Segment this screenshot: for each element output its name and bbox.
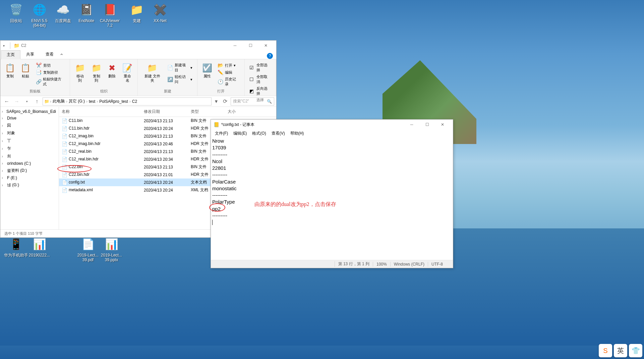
- easy-access-button[interactable]: ↗️轻松访问 ▾: [165, 74, 194, 85]
- notepad-titlebar[interactable]: 📒 *config.txt - 记事本 ─ ☐ ✕: [211, 120, 453, 130]
- sidebar-item[interactable]: ›넪 (G:): [0, 181, 59, 189]
- ribbon-tabs: 主页 共享 查看 ⌃ ?: [0, 51, 276, 59]
- desktop-icon[interactable]: 📕CAJViewer7.2: [97, 2, 122, 28]
- menu-item[interactable]: 帮助(H): [288, 130, 307, 137]
- move-to-button[interactable]: 📁移动到: [73, 62, 88, 83]
- tray-icon[interactable]: 英: [614, 344, 627, 357]
- tree-toggle-icon[interactable]: ›: [2, 154, 6, 159]
- forward-button[interactable]: →: [12, 97, 21, 106]
- breadcrumb-segment[interactable]: 此电脑: [52, 98, 65, 104]
- breadcrumb-segment[interactable]: 其它 (G:): [68, 98, 85, 104]
- copy-path-button[interactable]: 📑复制路径: [34, 69, 67, 76]
- app-icon: 📄: [80, 236, 96, 252]
- edit-button[interactable]: ✏️编辑: [216, 69, 241, 76]
- sidebar-item[interactable]: ›丅: [0, 137, 59, 145]
- desktop-icon[interactable]: ✖️XX-Net: [148, 2, 173, 23]
- desktop-icon[interactable]: 📓EndNote: [74, 2, 99, 23]
- select-invert-button[interactable]: ◩反向选择: [247, 85, 273, 97]
- sidebar-item[interactable]: ›乍: [0, 145, 59, 152]
- history-button[interactable]: 🕐历史记录: [216, 76, 241, 87]
- column-type[interactable]: 类型: [188, 109, 225, 115]
- help-icon[interactable]: ?: [267, 53, 273, 59]
- recent-dropdown[interactable]: ▾: [22, 97, 31, 106]
- notepad-textarea[interactable]: Nrow17039---------Ncol22801---------Pola…: [211, 137, 453, 260]
- icon-label: 百度网盘: [55, 18, 71, 23]
- column-name[interactable]: 名称: [59, 109, 141, 115]
- refresh-icon[interactable]: ⟳: [221, 98, 229, 104]
- desktop-icon[interactable]: 🌐ENVI 5.5(64-bit): [27, 2, 52, 28]
- paste-shortcut-button[interactable]: 🔗粘贴快捷方式: [34, 76, 67, 87]
- tree-toggle-icon[interactable]: ›: [2, 175, 6, 180]
- copy-button[interactable]: 📋复制: [3, 62, 17, 79]
- sidebar-item[interactable]: ›F (E:): [0, 174, 59, 181]
- breadcrumb-segment[interactable]: PolSARpro_test: [99, 99, 128, 104]
- close-button[interactable]: ✕: [258, 41, 274, 51]
- sidebar-item[interactable]: ›SARpro_v6.0_Biomass_Edi: [0, 108, 59, 115]
- sidebar-item[interactable]: ›희: [0, 152, 59, 160]
- sidebar-item[interactable]: ›囟: [0, 122, 59, 129]
- np-maximize-button[interactable]: ☐: [419, 120, 435, 130]
- desktop-icon[interactable]: ☁️百度网盘: [50, 2, 75, 23]
- properties-button[interactable]: ☑️属性: [200, 62, 214, 79]
- open-button[interactable]: 📂打开 ▾: [216, 62, 241, 69]
- menu-item[interactable]: 编辑(E): [231, 130, 249, 137]
- icon-label: 华为手机助手: [4, 253, 28, 258]
- chevron-up-icon[interactable]: ⌃: [59, 53, 64, 59]
- tree-toggle-icon[interactable]: ›: [2, 131, 6, 136]
- menu-item[interactable]: 格式(O): [249, 130, 269, 137]
- sidebar-item[interactable]: ›Drive: [0, 115, 59, 122]
- back-button[interactable]: ←: [2, 97, 11, 106]
- tab-home[interactable]: 主页: [1, 50, 20, 59]
- minimize-button[interactable]: ─: [227, 41, 243, 51]
- select-all-button[interactable]: ☑全部选择: [247, 62, 273, 73]
- sidebar-item[interactable]: ›믩资料 (D:): [0, 167, 59, 174]
- rename-button[interactable]: 📝重命名: [120, 62, 135, 83]
- tree-toggle-icon[interactable]: ›: [2, 116, 6, 121]
- maximize-button[interactable]: ☐: [243, 41, 258, 51]
- tray-icon[interactable]: 👕: [629, 344, 642, 357]
- search-input[interactable]: 搜索"C2" 🔍: [231, 97, 274, 105]
- icon-label: 2019-Lect...39.pdf: [77, 253, 99, 263]
- np-close-button[interactable]: ✕: [435, 120, 450, 130]
- tab-share[interactable]: 共享: [20, 50, 40, 59]
- tree-toggle-icon[interactable]: ›: [2, 161, 6, 166]
- column-date[interactable]: 修改日期: [141, 109, 188, 115]
- dropdown-icon[interactable]: ▾: [213, 98, 220, 104]
- navigation-pane[interactable]: ›SARpro_v6.0_Biomass_Edi›Drive›囟›对象›丅›乍›…: [0, 107, 59, 229]
- tray-icon[interactable]: S: [599, 344, 612, 357]
- sidebar-item[interactable]: ›对象: [0, 129, 59, 137]
- tree-toggle-icon[interactable]: ›: [2, 183, 6, 188]
- desktop-icon[interactable]: 📁党建: [124, 2, 149, 23]
- tree-toggle-icon[interactable]: ›: [2, 168, 6, 173]
- breadcrumb-segment[interactable]: C2: [131, 99, 138, 104]
- select-none-button[interactable]: ☐全部取消: [247, 74, 273, 85]
- search-icon[interactable]: 🔍: [267, 99, 272, 104]
- tree-toggle-icon[interactable]: ›: [2, 139, 6, 143]
- breadcrumb[interactable]: 📁 ›此电脑›其它 (G:)›test›PolSARpro_test›C2: [43, 97, 212, 105]
- desktop-icon[interactable]: 📄2019-Lect...39.pdf: [75, 236, 101, 263]
- down-arrow-icon[interactable]: ▾: [3, 44, 5, 48]
- column-size[interactable]: 大小: [225, 109, 262, 115]
- breadcrumb-segment[interactable]: test: [88, 99, 96, 104]
- explorer-titlebar[interactable]: ▾ │ 📁 C2 ─ ☐ ✕: [0, 41, 276, 51]
- desktop-icon[interactable]: 📱华为手机助手: [3, 236, 28, 258]
- sidebar-item[interactable]: ›orindows (C:): [0, 160, 59, 167]
- paste-button[interactable]: 📋粘贴: [18, 62, 33, 79]
- new-folder-button[interactable]: 📁新建 文件夹: [140, 62, 164, 83]
- desktop-icon[interactable]: 🗑️回收站: [3, 2, 28, 23]
- new-item-button[interactable]: 📄新建项目 ▾: [165, 62, 194, 73]
- up-button[interactable]: ↑: [33, 97, 41, 106]
- delete-button[interactable]: ✖删除: [105, 62, 119, 79]
- tree-toggle-icon[interactable]: ›: [2, 109, 5, 114]
- text-line: monostatic: [212, 185, 452, 192]
- tree-toggle-icon[interactable]: ›: [2, 146, 6, 151]
- np-minimize-button[interactable]: ─: [404, 120, 419, 130]
- menu-item[interactable]: 查看(V): [269, 130, 288, 137]
- tab-view[interactable]: 查看: [40, 50, 59, 59]
- desktop-icon[interactable]: 📊2019-Lect...39.pptx: [99, 236, 124, 263]
- cut-button[interactable]: ✂️剪切: [34, 62, 67, 69]
- desktop-icon[interactable]: 📊20190222...: [27, 236, 52, 258]
- copy-to-button[interactable]: 📁复制到: [89, 62, 104, 83]
- tree-toggle-icon[interactable]: ›: [2, 123, 6, 128]
- menu-item[interactable]: 文件(F): [212, 130, 231, 137]
